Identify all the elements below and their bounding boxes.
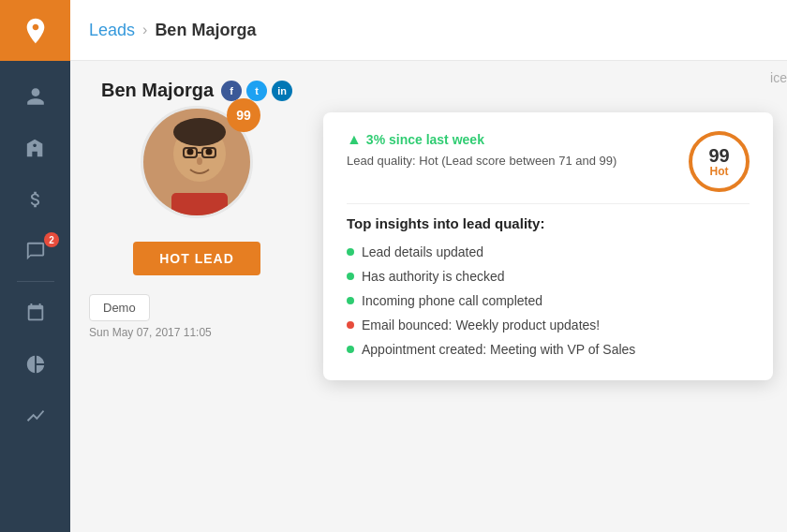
- right-panel: ice ▲ 3% since last week Lead quality: H…: [323, 61, 787, 532]
- content-area: Ben Majorga f t in: [70, 61, 787, 532]
- left-panel: Ben Majorga f t in: [70, 61, 323, 532]
- header: Leads › Ben Majorga: [70, 0, 787, 61]
- sidebar-item-reports[interactable]: [0, 338, 70, 390]
- breadcrumb-separator: ›: [142, 22, 147, 38]
- insight-item: Incoming phone call completed: [347, 293, 750, 308]
- insight-item: Has authority is checked: [347, 269, 750, 284]
- score-badge: 99: [227, 98, 260, 132]
- score-circle: 99 Hot: [689, 131, 750, 192]
- insight-text: Email bounced: Weekly product updates!: [362, 318, 600, 332]
- insights-title: Top insights into lead quality:: [347, 215, 750, 231]
- trend-up-icon: ▲: [347, 131, 362, 148]
- svg-point-5: [197, 157, 202, 165]
- green-dot-icon: [347, 297, 354, 304]
- insight-trend: ▲ 3% since last week: [347, 131, 616, 148]
- analytics-icon: [25, 406, 46, 426]
- red-dot-icon: [347, 321, 354, 329]
- score-circle-number: 99: [708, 146, 729, 165]
- linkedin-icon[interactable]: in: [272, 81, 292, 101]
- insight-quality: Lead quality: Hot (Lead score between 71…: [347, 154, 616, 168]
- people-icon: [25, 86, 46, 107]
- insight-top-row: ▲ 3% since last week Lead quality: Hot (…: [347, 131, 750, 204]
- insight-card: ▲ 3% since last week Lead quality: Hot (…: [323, 112, 773, 380]
- app-logo[interactable]: [0, 0, 70, 61]
- insight-list: Lead details updatedHas authority is che…: [347, 244, 750, 357]
- logo-icon: [21, 16, 51, 46]
- sidebar: 2: [0, 0, 70, 532]
- breadcrumb-current: Ben Majorga: [155, 21, 256, 40]
- demo-label: Demo: [89, 294, 150, 321]
- sidebar-item-calendar[interactable]: [0, 287, 70, 338]
- demo-date: Sun May 07, 2017 11:05: [89, 326, 304, 339]
- score-circle-label: Hot: [710, 165, 729, 178]
- messages-badge: 2: [44, 232, 59, 247]
- svg-point-3: [187, 149, 194, 155]
- demo-box: Demo Sun May 07, 2017 11:05: [89, 294, 304, 339]
- main-content: Leads › Ben Majorga Ben Majorga f t in: [70, 0, 787, 532]
- sidebar-item-deals[interactable]: [0, 173, 70, 225]
- insight-text: Has authority is checked: [362, 269, 505, 284]
- sidebar-item-contacts[interactable]: [0, 70, 70, 122]
- insight-text: Incoming phone call completed: [362, 293, 542, 308]
- building-icon: [25, 138, 46, 158]
- trend-text: 3% since last week: [366, 132, 484, 147]
- sidebar-item-analytics[interactable]: [0, 390, 70, 441]
- insight-item: Lead details updated: [347, 244, 750, 259]
- sidebar-divider: [17, 281, 54, 282]
- green-dot-icon: [347, 346, 354, 353]
- chat-icon: [25, 241, 46, 261]
- calendar-icon: [25, 303, 46, 323]
- green-dot-icon: [347, 273, 354, 280]
- hot-lead-button[interactable]: HOT LEAD: [133, 242, 260, 275]
- lead-name: Ben Majorga: [101, 80, 214, 101]
- avatar-container: 99: [141, 106, 253, 218]
- facebook-icon[interactable]: f: [221, 81, 242, 101]
- breadcrumb: Leads › Ben Majorga: [89, 21, 256, 40]
- lead-name-row: Ben Majorga f t in: [101, 80, 292, 101]
- svg-point-4: [206, 149, 213, 155]
- dollar-icon: [25, 189, 46, 210]
- insight-text: Appointment created: Meeting with VP of …: [362, 342, 635, 357]
- twitter-icon[interactable]: t: [246, 81, 267, 101]
- insight-text: Lead details updated: [362, 244, 483, 259]
- insight-left: ▲ 3% since last week Lead quality: Hot (…: [347, 131, 616, 168]
- green-dot-icon: [347, 248, 354, 256]
- insight-item: Appointment created: Meeting with VP of …: [347, 342, 750, 357]
- svg-rect-6: [171, 193, 228, 218]
- social-icons: f t in: [221, 81, 292, 101]
- insight-item: Email bounced: Weekly product updates!: [347, 318, 750, 332]
- background-text: ice: [770, 70, 787, 85]
- breadcrumb-leads-link[interactable]: Leads: [89, 21, 135, 40]
- chart-icon: [25, 354, 46, 375]
- sidebar-item-companies[interactable]: [0, 122, 70, 173]
- svg-point-2: [173, 118, 226, 146]
- sidebar-item-messages[interactable]: 2: [0, 225, 70, 276]
